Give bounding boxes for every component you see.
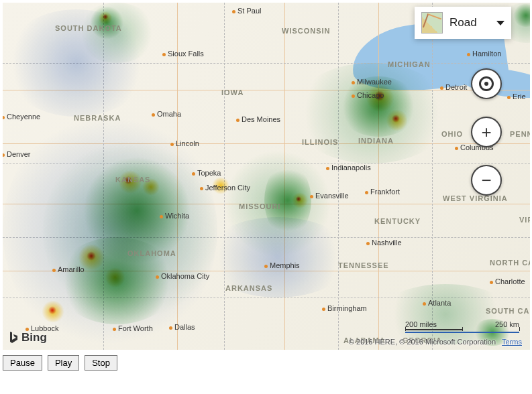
city-dot: [467, 53, 470, 56]
map[interactable]: SOUTH DAKOTAWISCONSINMICHIGANIOWANEBRASK…: [3, 3, 530, 350]
city-dot: [310, 195, 313, 198]
locate-icon: [479, 76, 494, 91]
city-dot: [162, 53, 166, 56]
city-dot: [232, 10, 235, 13]
city-dot: [52, 269, 56, 272]
city-dot: [326, 167, 329, 170]
city-dot: [156, 275, 159, 279]
bing-icon: [8, 331, 19, 344]
city-dot: [423, 302, 426, 306]
zoom-out-button[interactable]: −: [471, 165, 502, 196]
scale-km: 250 km: [495, 320, 519, 328]
city-dot: [322, 308, 325, 311]
city-dot: [192, 172, 195, 176]
zoom-in-button[interactable]: +: [471, 117, 502, 147]
animation-controls: Pause Play Stop: [3, 355, 529, 371]
map-attribution: © 2016 HERE, © 2016 Microsoft Corporatio…: [349, 338, 522, 346]
city-dot: [507, 96, 511, 99]
minus-icon: −: [481, 170, 491, 191]
city-dot: [455, 147, 458, 150]
chevron-down-icon: [496, 21, 504, 25]
stop-button[interactable]: Stop: [85, 355, 117, 371]
city-dot: [352, 81, 355, 84]
play-button[interactable]: Play: [48, 355, 79, 371]
map-type-label: Road: [449, 16, 477, 29]
city-dot: [365, 191, 368, 194]
scale-bar: 200 miles 250 km: [405, 320, 519, 334]
map-type-selector[interactable]: Road: [415, 7, 511, 39]
city-dot: [366, 242, 370, 245]
terms-link[interactable]: Terms: [502, 338, 522, 346]
map-terrain: [3, 3, 530, 350]
city-dot: [169, 326, 172, 330]
city-dot: [264, 265, 268, 268]
scale-miles: 200 miles: [405, 320, 437, 328]
city-dot: [152, 113, 155, 117]
locate-button[interactable]: [471, 68, 502, 99]
city-dot: [200, 187, 203, 190]
city-dot: [236, 119, 240, 122]
city-dot: [490, 281, 493, 284]
city-dot: [113, 328, 116, 331]
bing-logo: Bing: [8, 331, 47, 344]
plus-icon: +: [481, 122, 491, 143]
city-dot: [440, 86, 443, 90]
city-dot: [170, 143, 174, 146]
map-type-thumb-icon: [421, 12, 443, 34]
pause-button[interactable]: Pause: [3, 355, 42, 371]
city-dot: [352, 94, 355, 98]
city-dot: [160, 215, 163, 218]
